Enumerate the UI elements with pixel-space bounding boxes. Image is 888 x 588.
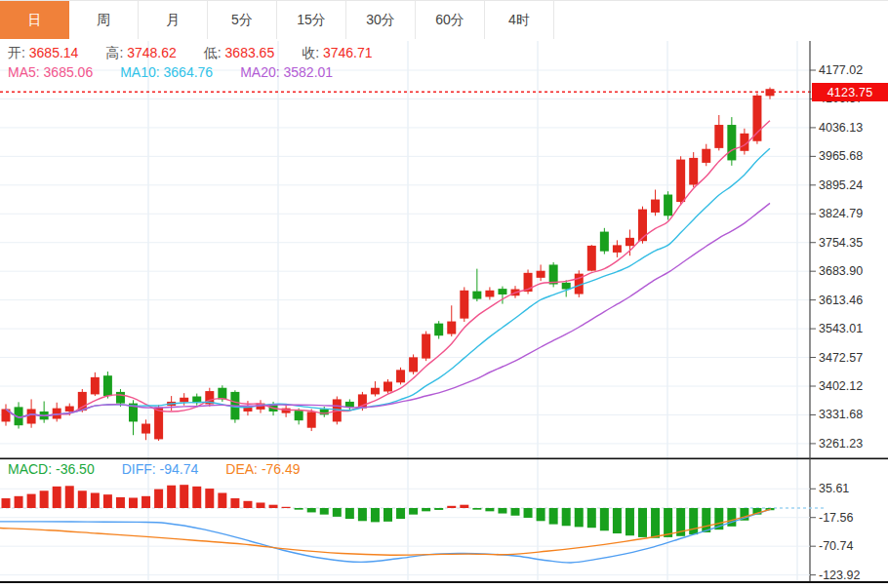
macd-bar [91,492,100,508]
macd-bar [2,498,11,508]
macd-bar [192,487,201,508]
tab-timeframe-3[interactable]: 5分 [208,1,277,39]
macd-bar [358,508,367,521]
macd-bar [485,508,494,511]
macd-axis-label: -123.92 [819,568,860,582]
candle-body [472,292,481,299]
macd-bar [371,508,380,522]
ma10-line [6,148,770,417]
candle-body [714,125,723,148]
macd-bar [243,501,252,508]
y-axis-label: 3895.24 [819,178,863,192]
tab-timeframe-0[interactable]: 日 [0,1,69,39]
macd-bar [295,508,303,510]
macd-bar [307,508,316,512]
y-axis-label: 3331.68 [819,408,863,421]
candle-body [549,264,558,284]
macd-bar [167,486,176,508]
candle-body [562,283,571,290]
macd-bar [396,508,405,519]
macd-bar [626,508,634,535]
tab-timeframe-4[interactable]: 15分 [277,1,346,39]
macd-bar [27,494,36,508]
candle-body [485,291,494,297]
macd-bar [549,508,558,525]
macd-bar [600,508,609,530]
macd-row-item-0: MACD: -36.50 [8,461,95,477]
y-axis-label: 3965.68 [819,149,863,163]
candle-body [676,160,685,202]
candle-body [689,158,698,185]
y-axis-label: 3472.57 [819,351,863,365]
candle-body [626,238,634,246]
ma5-line [6,121,770,417]
candle-body [65,407,74,412]
tab-timeframe-1[interactable]: 周 [69,1,139,39]
macd-bar [575,508,584,527]
macd-bar [116,497,125,508]
macd-bar [282,507,291,508]
stock-chart-app: 日周月5分15分30分60分4时 开: 3685.14高: 3748.62低: … [0,0,888,588]
candle-body [638,210,647,242]
candle-body [116,392,125,404]
macd-bar [180,485,188,508]
macd-bar [511,508,520,516]
candle-body [295,411,303,420]
macd-bar [78,490,87,508]
macd-bar [269,505,278,508]
macd-bar [447,506,456,508]
y-axis-label: 4036.13 [819,121,863,135]
macd-bar [383,508,392,522]
macd-bar [409,508,418,515]
candle-body [27,409,36,423]
tab-timeframe-2[interactable]: 月 [139,1,208,39]
current-price-tag: 4123.75 [812,83,888,101]
macd-bar [422,508,430,511]
candle-body [447,322,456,334]
candle-body [103,375,112,396]
macd-bar [103,494,112,508]
bottom-border [0,581,888,583]
tab-timeframe-6[interactable]: 60分 [416,1,485,39]
candle-body [613,245,622,253]
ma-row-item-2: MA20: 3582.01 [240,64,333,80]
candle-body [537,271,545,278]
candle-body [498,289,506,294]
macd-bar [638,508,647,537]
candle-body [78,392,87,411]
macd-bar [257,502,265,508]
macd-bar [230,498,239,508]
tab-timeframe-7[interactable]: 4时 [485,1,554,39]
timeframe-tabbar: 日周月5分15分30分60分4时 [0,0,888,39]
y-axis-label: 3824.79 [819,207,863,220]
ma-readout: MA5: 3685.06MA10: 3664.76MA20: 3582.01 [8,64,360,80]
candle-body [664,195,672,216]
candle-body [371,388,380,395]
macd-bar [702,508,710,532]
macd-bar [664,508,672,537]
macd-bar [345,508,354,519]
macd-bar [537,508,545,521]
tab-timeframe-5[interactable]: 30分 [346,1,416,39]
chart-plot-area[interactable]: 4177.024106.574036.133965.683895.243824.… [0,39,888,588]
macd-bar [141,496,150,508]
candle-body [460,291,468,319]
macd-bar [65,486,74,508]
macd-bar [434,508,443,510]
macd-bar [15,496,23,508]
macd-bar [129,497,138,508]
macd-bar [333,508,342,517]
y-axis-label: 3683.90 [819,264,863,278]
macd-bar [524,508,533,518]
macd-readout: MACD: -36.50DIFF: -94.74DEA: -76.49 [8,461,328,477]
panel-separator [0,458,888,460]
candle-body [396,370,405,382]
macd-bar [472,508,481,510]
macd-bar [613,508,622,533]
ma-row-item-1: MA10: 3664.76 [120,64,213,80]
candle-body [91,377,100,395]
macd-bar [53,487,61,508]
macd-bar [205,489,214,508]
candle-body [752,96,761,141]
y-axis-label: 3261.23 [819,437,863,451]
